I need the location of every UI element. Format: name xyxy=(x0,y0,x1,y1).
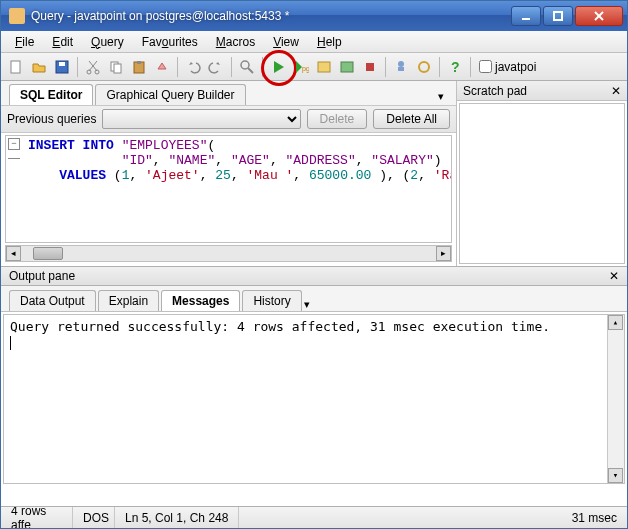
prev-queries-select[interactable] xyxy=(102,109,300,129)
output-pane-title: Output pane xyxy=(9,269,75,283)
menu-bar: File Edit Query Favourites Macros View H… xyxy=(1,31,627,53)
svg-point-20 xyxy=(419,62,429,72)
close-button[interactable] xyxy=(575,6,623,26)
status-rows: 4 rows affe xyxy=(1,507,73,528)
sql-editor[interactable]: − INSERT INTO "EMPLOYEES"( "ID", "NAME",… xyxy=(5,135,452,243)
menu-favourites[interactable]: Favourites xyxy=(134,33,206,51)
redo-icon[interactable] xyxy=(205,56,227,78)
sql-text[interactable]: INSERT INTO "EMPLOYEES"( "ID", "NAME", "… xyxy=(6,136,451,185)
menu-file[interactable]: File xyxy=(7,33,42,51)
execute-pgscript-icon[interactable]: pgS xyxy=(290,56,312,78)
tab-data-output[interactable]: Data Output xyxy=(9,290,96,311)
output-pane-header: Output pane ✕ xyxy=(1,266,627,286)
execute-icon[interactable] xyxy=(267,56,289,78)
db-check-label: javatpoi xyxy=(495,60,536,74)
menu-macros[interactable]: Macros xyxy=(208,33,263,51)
delete-all-button[interactable]: Delete All xyxy=(373,109,450,129)
delete-button[interactable]: Delete xyxy=(307,109,368,129)
scratch-title: Scratch pad xyxy=(463,84,527,98)
output-vscrollbar[interactable]: ▴ ▾ xyxy=(607,315,624,483)
tabs-dropdown-icon[interactable]: ▾ xyxy=(434,88,448,105)
tab-sql-editor[interactable]: SQL Editor xyxy=(9,84,93,105)
svg-text:?: ? xyxy=(451,59,460,75)
app-icon xyxy=(9,8,25,24)
svg-point-19 xyxy=(398,61,404,67)
editor-hscrollbar[interactable]: ◂ ▸ xyxy=(5,245,452,262)
svg-rect-1 xyxy=(554,12,562,20)
fold-end-icon xyxy=(8,151,20,159)
window-title: Query - javatpoint on postgres@localhost… xyxy=(31,9,511,23)
scratch-pad-area[interactable] xyxy=(459,103,625,264)
status-mode: DOS xyxy=(73,507,115,528)
previous-queries-bar: Previous queries Delete Delete All xyxy=(1,105,456,133)
cancel-icon[interactable] xyxy=(359,56,381,78)
svg-rect-17 xyxy=(341,62,353,72)
fold-gutter[interactable]: − xyxy=(8,138,24,160)
prev-queries-label: Previous queries xyxy=(7,112,96,126)
tab-messages[interactable]: Messages xyxy=(161,290,240,311)
maximize-button[interactable] xyxy=(543,6,573,26)
new-icon[interactable] xyxy=(5,56,27,78)
tab-graphical-builder[interactable]: Graphical Query Builder xyxy=(95,84,245,105)
menu-edit[interactable]: Edit xyxy=(44,33,81,51)
db-checkbox[interactable]: javatpoi xyxy=(475,60,540,74)
menu-view[interactable]: View xyxy=(265,33,307,51)
svg-line-14 xyxy=(248,68,253,73)
status-time: 31 msec xyxy=(562,507,627,528)
clear-icon[interactable] xyxy=(151,56,173,78)
scroll-up-icon[interactable]: ▴ xyxy=(608,315,623,330)
help-icon[interactable]: ? xyxy=(444,56,466,78)
save-icon[interactable] xyxy=(51,56,73,78)
svg-rect-16 xyxy=(318,62,330,72)
toolbar: pgS ? javatpoi xyxy=(1,53,627,81)
explain-analyze-icon[interactable] xyxy=(336,56,358,78)
svg-rect-10 xyxy=(114,64,121,73)
svg-point-13 xyxy=(241,61,249,69)
editor-tabs: SQL Editor Graphical Query Builder ▾ xyxy=(1,81,456,105)
messages-output[interactable]: Query returned successfully: 4 rows affe… xyxy=(3,314,625,484)
minimize-button[interactable] xyxy=(511,6,541,26)
tab-history[interactable]: History xyxy=(242,290,301,311)
output-tabs-dropdown-icon[interactable]: ▾ xyxy=(304,298,310,311)
svg-text:pgS: pgS xyxy=(302,65,309,73)
db-check-input[interactable] xyxy=(479,60,492,73)
output-tabs: Data Output Explain Messages History ▾ xyxy=(1,286,627,312)
svg-rect-6 xyxy=(59,62,65,66)
title-bar: Query - javatpoint on postgres@localhost… xyxy=(1,1,627,31)
menu-help[interactable]: Help xyxy=(309,33,350,51)
scroll-thumb[interactable] xyxy=(33,247,63,260)
scroll-left-icon[interactable]: ◂ xyxy=(6,246,21,261)
fold-minus-icon[interactable]: − xyxy=(8,138,20,150)
explain-icon[interactable] xyxy=(313,56,335,78)
scratch-pad-panel: Scratch pad ✕ xyxy=(457,81,627,266)
status-position: Ln 5, Col 1, Ch 248 xyxy=(115,507,239,528)
tab-explain[interactable]: Explain xyxy=(98,290,159,311)
find-icon[interactable] xyxy=(236,56,258,78)
undo-icon[interactable] xyxy=(182,56,204,78)
svg-rect-18 xyxy=(366,63,374,71)
output-pane-close-icon[interactable]: ✕ xyxy=(609,269,619,283)
copy-icon[interactable] xyxy=(105,56,127,78)
connection-icon[interactable] xyxy=(390,56,412,78)
scratch-close-icon[interactable]: ✕ xyxy=(611,84,621,98)
status-bar: 4 rows affe DOS Ln 5, Col 1, Ch 248 31 m… xyxy=(1,506,627,528)
cut-icon[interactable] xyxy=(82,56,104,78)
paste-icon[interactable] xyxy=(128,56,150,78)
open-icon[interactable] xyxy=(28,56,50,78)
text-cursor xyxy=(10,336,11,350)
svg-rect-12 xyxy=(137,61,141,64)
scroll-down-icon[interactable]: ▾ xyxy=(608,468,623,483)
menu-query[interactable]: Query xyxy=(83,33,132,51)
svg-rect-4 xyxy=(11,61,20,73)
message-line: Query returned successfully: 4 rows affe… xyxy=(10,319,618,335)
settings-icon[interactable] xyxy=(413,56,435,78)
scroll-right-icon[interactable]: ▸ xyxy=(436,246,451,261)
